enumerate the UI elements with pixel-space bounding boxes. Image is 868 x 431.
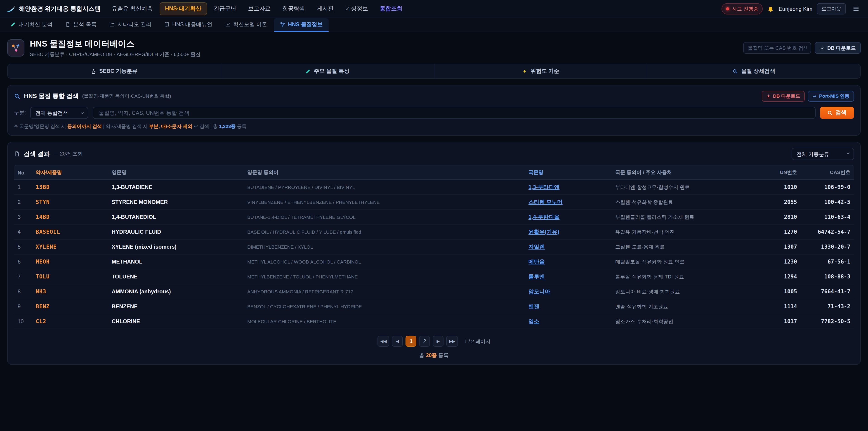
nav-item-reports[interactable]: 보고자료 [243, 3, 276, 15]
topbar-right-cluster: 사고 진행중 Eunjeong Kim 로그아웃 [721, 3, 862, 14]
main-menu: 유출유 확산예측 HNS·대기확산 긴급구난 보고자료 항공탐색 게시판 기상정… [107, 2, 715, 16]
wing-logo-icon [6, 5, 16, 12]
cell-abbreviation: MEOH [32, 255, 108, 268]
korean-name-link[interactable]: 스티렌 모노머 [528, 199, 563, 205]
korean-name-link[interactable]: 암모니아 [528, 288, 550, 295]
cell-english-name: AMMONIA (anhydrous) [108, 285, 244, 298]
korean-name-link[interactable]: 염소 [528, 318, 539, 324]
cell-korean-synonyms: 메틸알코올·석유화학 원료·연료 [612, 255, 765, 269]
tab-hns-substance-info[interactable]: HNS 물질정보 [274, 18, 329, 32]
brand[interactable]: 해양환경 위기대응 통합시스템 [6, 5, 100, 13]
page-2-button[interactable]: 2 [419, 336, 430, 347]
korean-name-link[interactable]: 벤젠 [528, 303, 539, 309]
feature-detail-search[interactable]: 물질 상세검색 [647, 64, 861, 78]
search-card-hint: (물질명·제품명 동의어·CAS·UN번호 통합) [82, 93, 171, 99]
cell-no: 4 [14, 225, 32, 239]
cell-cas-number: 100-42-5 [801, 195, 854, 209]
incident-status-badge[interactable]: 사고 진행중 [721, 3, 763, 14]
nav-item-oil-spill[interactable]: 유출유 확산예측 [107, 3, 158, 15]
download-icon [819, 45, 825, 51]
total-count-value: 20종 [426, 352, 437, 358]
korean-name-link[interactable]: 1,3-부타디엔 [528, 184, 559, 190]
last-page-button[interactable]: ▶▶ [446, 336, 458, 347]
table-row[interactable]: 7 TOLU TOLUENE METHYLBENZENE / TOLUOL / … [14, 269, 854, 284]
feature-sebc-classification[interactable]: SEBC 기동분류 [8, 64, 221, 78]
search-button[interactable]: 검색 [820, 107, 854, 119]
cell-english-synonyms: MOLECULAR CHLORINE / BERTHOLITE [244, 315, 525, 328]
tab-analysis-list[interactable]: 분석 목록 [59, 18, 103, 32]
results-filter: 전체 기동분류 [792, 148, 854, 160]
page-info: 1 / 2 페이지 [464, 338, 490, 345]
cell-english-name: STYRENE MONOMER [108, 195, 244, 209]
table-row[interactable]: 9 BENZ BENZENE BENZOL / CYCLOHEXATRIENE … [14, 299, 854, 314]
hamburger-menu-icon[interactable] [850, 4, 862, 14]
search-results-card: 검색 결과 — 20건 조회 전체 기동분류 No. 약자/제품명 영문명 영문… [7, 142, 861, 365]
search-category-select[interactable]: 전체 통합검색 [30, 107, 88, 119]
cell-abbreviation: XYLENE [32, 240, 108, 253]
cell-english-synonyms: ANHYDROUS AMMONIA / REFRIGERANT R-717 [244, 285, 525, 298]
tab-scenario-management[interactable]: 시나리오 관리 [103, 18, 157, 32]
db-download-button[interactable]: DB 다운로드 [762, 91, 805, 102]
cell-cas-number: 67-56-1 [801, 255, 854, 268]
flask-icon [91, 68, 96, 74]
nav-item-aerial-search[interactable]: 항공탐색 [277, 3, 310, 15]
cell-english-name: 1,3-BUTADIENE [108, 181, 244, 194]
tab-diffusion-analysis[interactable]: 대기확산 분석 [4, 18, 59, 32]
feature-substance-properties[interactable]: 주요 물질 특성 [221, 64, 434, 78]
app-root: 해양환경 위기대응 통합시스템 유출유 확산예측 HNS·대기확산 긴급구난 보… [0, 0, 868, 431]
table-row[interactable]: 4 BASEOIL HYDRAULIC FLUID BASE OIL / HYD… [14, 225, 854, 240]
nav-item-hns-diffusion[interactable]: HNS·대기확산 [160, 2, 207, 16]
cell-cas-number: 110-63-4 [801, 210, 854, 223]
table-row[interactable]: 10 CL2 CHLORINE MOLECULAR CHLORINE / BER… [14, 314, 854, 329]
page-title: HNS 물질정보 데이터베이스 [30, 38, 738, 49]
table-row[interactable]: 6 MEOH METHANOL METHYL ALCOHOL / WOOD AL… [14, 254, 854, 269]
nav-item-integrated-search[interactable]: 통합조회 [375, 3, 407, 15]
results-title: 검색 결과 [24, 150, 50, 158]
notification-bell-icon[interactable] [767, 5, 774, 12]
logout-button[interactable]: 로그아웃 [817, 3, 846, 14]
search-card-title: HNS 물질 통합 검색 [24, 92, 79, 100]
cell-abbreviation: STYN [32, 195, 108, 209]
portmis-link-button[interactable]: Port-MIS 연동 [808, 91, 854, 102]
download-icon [766, 94, 771, 98]
korean-name-link[interactable]: 1,4-부탄디올 [528, 214, 559, 220]
korean-name-link[interactable]: 톨루엔 [528, 273, 545, 280]
cell-no: 6 [14, 255, 32, 268]
next-page-button[interactable]: ▶ [433, 336, 444, 347]
nav-item-board[interactable]: 게시판 [312, 3, 339, 15]
classification-filter-select[interactable]: 전체 기동분류 [792, 148, 854, 160]
korean-name-link[interactable]: 메탄올 [528, 258, 545, 265]
header-quick-search-input[interactable] [743, 42, 811, 54]
help-highlight-synonym: 동의어까지 검색 [67, 123, 102, 129]
search-icon [14, 93, 20, 99]
cell-no: 8 [14, 285, 32, 298]
link-icon [812, 94, 817, 98]
table-row[interactable]: 1 13BD 1,3-BUTADIENE BUTADIENE / PYRROYL… [14, 180, 854, 195]
results-header: 검색 결과 — 20건 조회 전체 기동분류 [14, 148, 854, 160]
nav-item-weather[interactable]: 기상정보 [340, 3, 373, 15]
feature-risk-criteria[interactable]: 위험도 기준 [434, 64, 647, 78]
cell-cas-number: 71-43-2 [801, 300, 854, 313]
search-card-actions: DB 다운로드 Port-MIS 연동 [762, 91, 854, 102]
cell-english-synonyms: BUTANE-1,4-DIOL / TETRAMETHYLENE GLYCOL [244, 211, 525, 223]
cell-abbreviation: 13BD [32, 181, 108, 194]
table-row[interactable]: 8 NH3 AMMONIA (anhydrous) ANHYDROUS AMMO… [14, 284, 854, 299]
category-select-wrap: 전체 통합검색 [30, 107, 88, 119]
korean-name-link[interactable]: 윤활유(기유) [528, 228, 559, 235]
korean-name-link[interactable]: 자일렌 [528, 243, 545, 250]
integrated-search-input[interactable] [93, 107, 815, 119]
cell-abbreviation: BASEOIL [32, 225, 108, 239]
col-english-name: 영문명 [108, 165, 244, 180]
nav-item-rescue[interactable]: 긴급구난 [209, 3, 241, 15]
first-page-button[interactable]: ◀◀ [378, 336, 390, 347]
cell-un-number: 2810 [765, 210, 801, 223]
system-title: 해양환경 위기대응 통합시스템 [19, 5, 100, 13]
table-row[interactable]: 5 XYLENE XYLENE (mixed isomers) DIMETHYL… [14, 240, 854, 254]
previous-page-button[interactable]: ◀ [392, 336, 403, 347]
header-db-download-button[interactable]: DB 다운로드 [815, 42, 861, 54]
tab-response-manual[interactable]: HNS 대응매뉴얼 [158, 18, 218, 32]
tab-model-theory[interactable]: 확산모델 이론 [219, 18, 273, 32]
table-row[interactable]: 2 STYN STYRENE MONOMER VINYLBENZENE / ET… [14, 195, 854, 210]
table-row[interactable]: 3 14BD 1,4-BUTANEDIOL BUTANE-1,4-DIOL / … [14, 210, 854, 225]
page-1-button[interactable]: 1 [406, 336, 416, 347]
